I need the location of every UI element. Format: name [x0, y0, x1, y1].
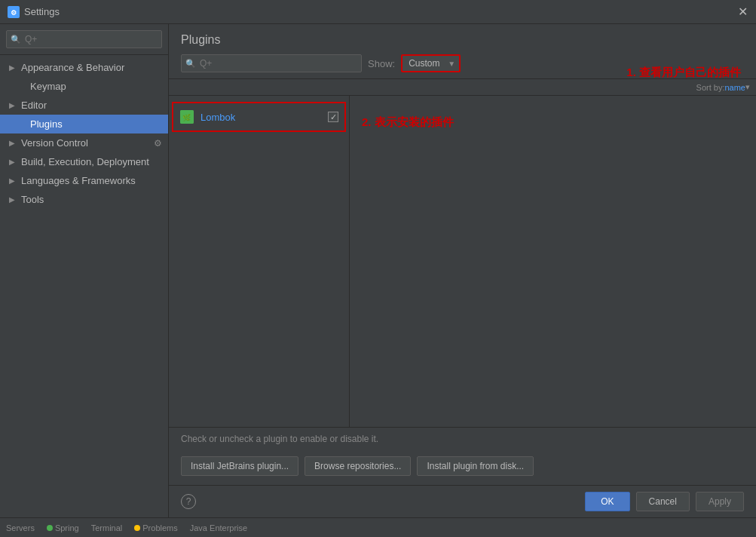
- bottom-area: Check or uncheck a plugin to enable or d…: [169, 427, 756, 485]
- sort-label: Sort by:: [696, 83, 725, 92]
- plugins-toolbar: 🔍 Show: Custom All Enabled Disabled ▼: [181, 54, 744, 72]
- plugin-list: 🌿 Lombok: [169, 96, 350, 427]
- sidebar-item-label: Version Control: [21, 137, 154, 149]
- sort-dropdown-icon: ▾: [745, 82, 750, 92]
- sidebar-item-label: Keymap: [30, 81, 162, 92]
- help-icon[interactable]: ?: [181, 494, 196, 509]
- sidebar-item-label: Tools: [21, 194, 162, 205]
- status-item-java-enterprise[interactable]: Java Enterprise: [190, 523, 247, 532]
- sidebar-nav: ▶ Appearance & Behavior Keymap ▶ Editor …: [0, 55, 168, 212]
- sidebar-item-version-control[interactable]: ▶ Version Control ⚙: [0, 133, 168, 152]
- plugin-list-area: 🌿 Lombok 2. 表示安装的插件: [169, 96, 756, 427]
- sidebar-search-area: 🔍: [0, 24, 168, 55]
- close-button[interactable]: ✕: [736, 6, 748, 18]
- problems-dot-icon: [134, 525, 140, 531]
- svg-text:🌿: 🌿: [182, 113, 191, 122]
- status-item-problems[interactable]: Problems: [134, 523, 177, 532]
- sidebar-item-build-execution[interactable]: ▶ Build, Execution, Deployment: [0, 152, 168, 171]
- plugins-title: Plugins: [181, 33, 744, 47]
- window-title: Settings: [24, 6, 60, 17]
- expand-arrow-icon: ▶: [9, 176, 18, 185]
- dialog-footer: ? OK Cancel Apply: [169, 485, 756, 517]
- plugin-checkbox[interactable]: [328, 112, 338, 122]
- sidebar-item-label: Languages & Frameworks: [21, 175, 162, 186]
- sidebar: 🔍 ▶ Appearance & Behavior Keymap ▶: [0, 24, 169, 517]
- sidebar-item-label: Appearance & Behavior: [21, 62, 162, 73]
- apply-button[interactable]: Apply: [696, 492, 744, 511]
- sidebar-item-appearance-behavior[interactable]: ▶ Appearance & Behavior: [0, 58, 168, 77]
- plugin-icon: 🌿: [179, 109, 194, 124]
- app-icon: ⚙: [8, 6, 20, 18]
- sidebar-item-label: Build, Execution, Deployment: [21, 156, 162, 167]
- annotation-2: 2. 表示安装的插件: [362, 115, 744, 130]
- list-item[interactable]: 🌿 Lombok: [172, 102, 346, 132]
- sidebar-item-editor[interactable]: ▶ Editor: [0, 96, 168, 115]
- sidebar-item-tools[interactable]: ▶ Tools: [0, 190, 168, 209]
- expand-arrow-icon: ▶: [9, 63, 18, 72]
- status-label: Problems: [142, 523, 177, 532]
- status-item-terminal[interactable]: Terminal: [91, 523, 123, 532]
- status-item-servers[interactable]: Servers: [6, 523, 35, 532]
- plugins-search-input[interactable]: [181, 54, 362, 72]
- status-label: Terminal: [91, 523, 123, 532]
- plugins-actions: Install JetBrains plugin... Browse repos…: [169, 450, 756, 485]
- spring-dot-icon: [47, 525, 53, 531]
- sidebar-item-plugins[interactable]: Plugins: [0, 115, 168, 133]
- status-item-spring[interactable]: Spring: [47, 523, 79, 532]
- expand-arrow-icon: ▶: [9, 158, 18, 166]
- status-label: Spring: [55, 523, 79, 532]
- sidebar-item-label: Editor: [21, 100, 162, 111]
- sidebar-search-icon: 🔍: [11, 35, 21, 44]
- show-dropdown-wrapper[interactable]: Custom All Enabled Disabled ▼: [401, 54, 461, 72]
- plugins-search-icon: 🔍: [185, 59, 196, 69]
- status-label: Java Enterprise: [190, 523, 247, 532]
- sort-name-link[interactable]: name: [724, 83, 745, 92]
- plugins-header: Plugins 🔍 Show: Custom All Enabled: [169, 24, 756, 79]
- show-label: Show:: [368, 58, 395, 69]
- install-from-disk-button[interactable]: Install plugin from disk...: [417, 456, 534, 476]
- status-bar: Servers Spring Terminal Problems Java En…: [0, 517, 756, 537]
- expand-arrow-icon: ▶: [9, 101, 18, 109]
- expand-arrow-icon: ▶: [9, 139, 18, 147]
- right-panel: Plugins 🔍 Show: Custom All Enabled: [169, 24, 756, 517]
- lombok-icon: 🌿: [180, 110, 194, 124]
- show-dropdown[interactable]: Custom All Enabled Disabled: [402, 56, 459, 71]
- browse-repos-button[interactable]: Browse repositories...: [305, 456, 411, 476]
- svg-text:⚙: ⚙: [11, 9, 17, 17]
- sidebar-item-languages-frameworks[interactable]: ▶ Languages & Frameworks: [0, 171, 168, 190]
- sidebar-search-input[interactable]: [6, 30, 162, 48]
- status-label: Servers: [6, 523, 35, 532]
- ok-button[interactable]: OK: [585, 492, 629, 511]
- plugin-detail-panel: 2. 表示安装的插件: [350, 96, 756, 427]
- sidebar-item-label: Plugins: [30, 118, 162, 130]
- cancel-button[interactable]: Cancel: [636, 492, 690, 511]
- plugin-name: Lombok: [200, 112, 328, 123]
- plugins-hint: Check or uncheck a plugin to enable or d…: [169, 428, 756, 450]
- sort-bar: Sort by: name ▾: [169, 79, 756, 96]
- sidebar-item-keymap[interactable]: Keymap: [0, 77, 168, 96]
- install-jetbrains-button[interactable]: Install JetBrains plugin...: [181, 456, 298, 476]
- version-control-settings-icon: ⚙: [154, 138, 162, 149]
- title-bar: ⚙ Settings ✕: [0, 0, 756, 24]
- expand-arrow-icon: ▶: [9, 195, 18, 204]
